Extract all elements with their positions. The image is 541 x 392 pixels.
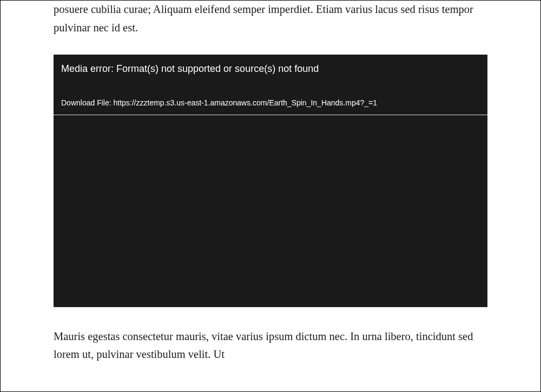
article-content: posuere cubilia curae; Aliquam eleifend … bbox=[1, 1, 540, 364]
paragraph-top: posuere cubilia curae; Aliquam eleifend … bbox=[54, 1, 487, 37]
video-player[interactable]: Media error: Format(s) not supported or … bbox=[54, 55, 487, 307]
paragraph-bottom: Mauris egestas consectetur mauris, vitae… bbox=[54, 328, 487, 364]
download-file-link[interactable]: Download File: https://zzztemp.s3.us-eas… bbox=[54, 79, 487, 115]
media-error-message: Media error: Format(s) not supported or … bbox=[54, 55, 487, 80]
